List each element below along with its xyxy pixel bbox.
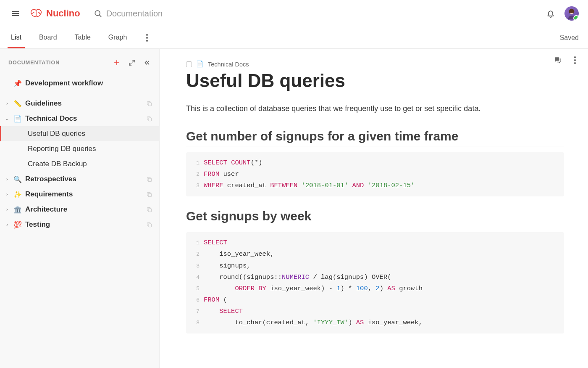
item-emoji: 🔍 — [13, 175, 22, 183]
item-label: Architecture — [25, 205, 143, 214]
svg-rect-10 — [148, 178, 152, 182]
item-label: Testing — [25, 220, 143, 229]
search-placeholder: Documentation — [106, 9, 163, 19]
copy-icon[interactable] — [146, 101, 152, 107]
item-label: Reporting DB queries — [28, 145, 152, 153]
item-emoji: 📄 — [13, 115, 22, 123]
avatar[interactable] — [564, 6, 579, 21]
item-label: Create DB Backup — [28, 160, 152, 168]
svg-rect-13 — [148, 224, 152, 227]
svg-rect-9 — [148, 118, 152, 121]
menu-button[interactable] — [8, 5, 24, 21]
copy-icon[interactable] — [146, 191, 152, 198]
new-item-button[interactable]: + — [110, 56, 123, 69]
copy-icon[interactable] — [146, 207, 152, 213]
item-label: Technical Docs — [25, 114, 143, 123]
hamburger-icon — [11, 9, 20, 18]
expand-icon — [129, 59, 135, 66]
document-content: 📄 Technical Docs Useful DB queries This … — [160, 49, 588, 368]
item-label: Useful DB queries — [28, 130, 152, 138]
search-icon — [94, 9, 102, 18]
breadcrumb-label: Technical Docs — [208, 61, 249, 68]
item-emoji: ✨ — [13, 191, 22, 199]
item-emoji: 📏 — [13, 100, 22, 108]
chevron-down-icon: ⌄ — [4, 116, 10, 122]
checkbox-icon[interactable] — [186, 61, 192, 67]
sidebar-pinned-item[interactable]: 📌Development workflow — [0, 76, 159, 91]
sidebar-title: Documentation — [8, 60, 60, 66]
sidebar-item-retrospectives[interactable]: ›🔍Retrospectives — [0, 172, 159, 187]
breadcrumb[interactable]: 📄 Technical Docs — [186, 61, 564, 68]
copy-icon[interactable] — [146, 222, 152, 228]
brain-icon — [29, 8, 43, 19]
tab-table[interactable]: Table — [71, 28, 94, 48]
copy-icon[interactable] — [146, 176, 152, 183]
sidebar-tree: 📌Development workflow›📏Guidelines⌄📄Techn… — [0, 72, 159, 232]
section-heading: Get number of signups for a given time f… — [186, 129, 564, 146]
search-input[interactable]: Documentation — [94, 9, 537, 19]
bell-icon — [546, 9, 555, 18]
sidebar-item-technical-docs[interactable]: ⌄📄Technical Docs — [0, 111, 159, 126]
svg-rect-8 — [148, 103, 152, 106]
item-emoji: 🏛️ — [13, 206, 22, 214]
sidebar-item-requirements[interactable]: ›✨Requirements — [0, 187, 159, 202]
item-label: Guidelines — [25, 99, 143, 108]
code-block[interactable]: 1SELECT 2 iso_year_week, 3 signups, 4 ro… — [186, 232, 564, 334]
section-heading: Get signups by week — [186, 209, 564, 226]
chevron-right-icon: › — [4, 207, 10, 212]
tabs-more-button[interactable] — [141, 32, 153, 44]
dots-vertical-icon — [574, 56, 576, 64]
sidebar-item-guidelines[interactable]: ›📏Guidelines — [0, 96, 159, 111]
chevron-right-icon: › — [4, 101, 10, 106]
chevron-right-icon: › — [4, 191, 10, 197]
doc-more-button[interactable] — [569, 54, 581, 66]
svg-rect-11 — [148, 193, 152, 197]
app-name: Nuclino — [46, 8, 80, 19]
code-block[interactable]: 1SELECT COUNT(*) 2FROM user 3WHERE creat… — [186, 152, 564, 196]
chevron-right-icon: › — [4, 176, 10, 182]
tab-list[interactable]: List — [8, 28, 25, 48]
sidebar-item-testing[interactable]: ›💯Testing — [0, 217, 159, 232]
item-label: Retrospectives — [25, 175, 143, 183]
save-status: Saved — [560, 34, 579, 42]
comments-button[interactable] — [551, 54, 564, 66]
copy-icon[interactable] — [146, 116, 152, 122]
sidebar: Documentation + 📌Development workflow›📏G… — [0, 49, 160, 368]
avatar-icon — [566, 8, 578, 19]
topbar: Nuclino Documentation — [0, 0, 588, 27]
dots-vertical-icon — [146, 34, 148, 42]
sidebar-child-reporting-db-queries[interactable]: Reporting DB queries — [0, 141, 159, 156]
item-emoji: 📌 — [13, 79, 22, 87]
breadcrumb-emoji: 📄 — [196, 61, 204, 68]
item-label: Development workflow — [25, 79, 152, 87]
svg-rect-12 — [148, 209, 152, 212]
notifications-button[interactable] — [543, 5, 559, 21]
comments-icon — [554, 56, 561, 64]
page-intro: This is a collection of database queries… — [186, 103, 564, 115]
svg-line-4 — [99, 15, 101, 17]
chevron-right-icon: › — [4, 222, 10, 228]
tab-graph[interactable]: Graph — [105, 28, 130, 48]
sidebar-child-useful-db-queries[interactable]: Useful DB queries — [0, 126, 159, 141]
view-tabs: ListBoardTableGraph Saved — [0, 27, 588, 49]
page-title: Useful DB queries — [186, 70, 564, 91]
chevrons-left-icon — [143, 59, 151, 66]
item-emoji: 💯 — [13, 221, 22, 229]
tab-board[interactable]: Board — [36, 28, 60, 48]
expand-sidebar-button[interactable] — [126, 56, 138, 69]
sidebar-item-architecture[interactable]: ›🏛️Architecture — [0, 202, 159, 217]
collapse-sidebar-button[interactable] — [141, 56, 153, 69]
app-logo[interactable]: Nuclino — [29, 8, 80, 19]
sidebar-child-create-db-backup[interactable]: Create DB Backup — [0, 156, 159, 172]
item-label: Requirements — [25, 190, 143, 199]
